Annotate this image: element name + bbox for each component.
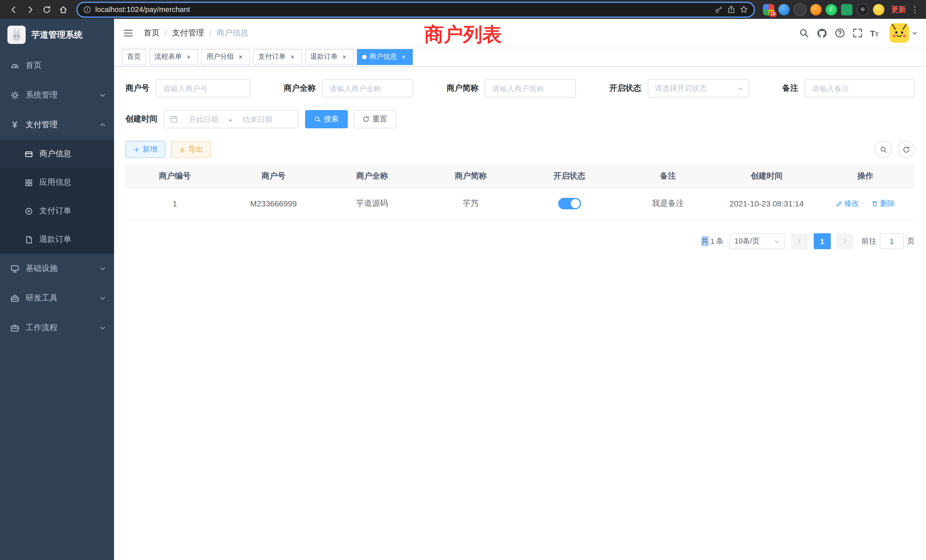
sidebar-item-label: 支付订单 — [39, 206, 71, 216]
sidebar-item-merchant-info[interactable]: 商户信息 — [0, 140, 114, 168]
edit-button[interactable]: 修改 — [836, 198, 859, 209]
help-icon[interactable] — [834, 28, 845, 38]
merchant-name-input[interactable] — [322, 79, 413, 97]
fullscreen-icon[interactable] — [852, 28, 862, 38]
bookmark-star-icon[interactable] — [740, 5, 748, 14]
goto-page-input[interactable] — [880, 233, 904, 249]
sidebar-item-system[interactable]: 系统管理 — [0, 80, 114, 110]
refresh-icon[interactable] — [897, 141, 915, 158]
sidebar-item-pay-order[interactable]: 支付订单 — [0, 197, 114, 225]
extension-badge: 10 — [769, 11, 776, 17]
col-full-name: 商户全称 — [323, 165, 421, 188]
sidebar-item-label: 首页 — [26, 61, 42, 71]
sidebar-item-home[interactable]: 首页 — [0, 51, 114, 80]
home-button[interactable] — [55, 2, 71, 17]
chevron-down-icon — [99, 265, 106, 272]
page-size-select[interactable]: 10条/页 — [729, 233, 785, 249]
status-select[interactable]: 请选择开启状态 — [648, 79, 749, 97]
close-icon[interactable]: × — [289, 53, 297, 61]
url-text: localhost:1024/pay/merchant — [95, 5, 190, 14]
end-date-input[interactable] — [234, 114, 281, 124]
tab-pay-order[interactable]: 支付订单× — [253, 49, 302, 65]
tab-user-group[interactable]: 用户分组× — [201, 49, 250, 65]
status-toggle[interactable] — [558, 198, 581, 209]
sidebar-item-label: 应用信息 — [39, 177, 71, 188]
extension-icon[interactable]: ✛ — [856, 3, 869, 16]
extension-icon[interactable] — [810, 4, 822, 15]
search-button[interactable]: 搜索 — [305, 110, 348, 128]
browser-update-button[interactable]: 更新 — [891, 4, 906, 15]
remark-input[interactable] — [805, 79, 915, 97]
start-date-input[interactable] — [180, 114, 227, 124]
prev-page-button[interactable] — [791, 233, 808, 249]
extension-icon[interactable]: 10 — [763, 4, 774, 15]
share-icon[interactable] — [727, 5, 735, 14]
font-size-icon[interactable]: TT — [870, 29, 879, 37]
caret-down-icon — [912, 30, 917, 36]
grid-icon — [24, 178, 33, 187]
sidebar-item-pay[interactable]: ¥ 支付管理 — [0, 110, 114, 140]
github-icon[interactable] — [816, 28, 827, 38]
avatar[interactable] — [890, 23, 909, 43]
sidebar-item-infra[interactable]: 基础设施 — [0, 254, 114, 283]
breadcrumb-pay[interactable]: 支付管理 — [172, 28, 204, 38]
breadcrumb-separator: / — [165, 29, 167, 38]
next-page-button[interactable] — [837, 233, 853, 249]
monitor-icon — [10, 264, 20, 273]
sidebar-item-label: 工作流程 — [26, 323, 57, 333]
user-menu[interactable] — [890, 23, 917, 43]
total-count: 共 1 条 — [701, 236, 723, 246]
merchant-short-label: 商户简称 — [446, 83, 478, 94]
extension-icon[interactable]: ✆ — [826, 4, 837, 15]
forward-button[interactable] — [22, 2, 38, 17]
page-number-button[interactable]: 1 — [814, 233, 831, 249]
extension-icon[interactable] — [778, 4, 790, 15]
close-icon[interactable]: × — [185, 53, 193, 61]
breadcrumb-home[interactable]: 首页 — [144, 28, 160, 38]
tab-process-form[interactable]: 流程表单× — [150, 49, 198, 65]
tab-merchant-info[interactable]: 商户信息× — [357, 49, 413, 65]
sidebar-item-workflow[interactable]: 工作流程 — [0, 313, 114, 343]
close-icon[interactable]: × — [237, 53, 245, 61]
close-icon[interactable]: × — [340, 53, 348, 61]
add-button[interactable]: 新增 — [126, 141, 165, 158]
sidebar-item-app-info[interactable]: 应用信息 — [0, 168, 114, 197]
breadcrumb-current: 商户信息 — [217, 28, 249, 38]
toggle-search-icon[interactable] — [875, 141, 892, 158]
app-logo[interactable]: 芋道管理系统 — [0, 19, 114, 51]
reset-button[interactable]: 重置 — [354, 110, 396, 128]
page-unit-label: 页 — [907, 236, 915, 246]
reload-button[interactable] — [39, 2, 54, 17]
extension-icon[interactable] — [794, 3, 806, 16]
hamburger-icon[interactable] — [123, 27, 134, 39]
sidebar: 芋道管理系统 首页 系统管理 ¥ 支付管理 — [0, 19, 114, 560]
tab-home[interactable]: 首页 — [122, 49, 146, 65]
cell-merchant-id: 1 — [126, 188, 224, 219]
merchant-short-input[interactable] — [485, 79, 576, 97]
close-icon[interactable]: × — [400, 53, 408, 61]
address-bar[interactable]: localhost:1024/pay/merchant — [76, 2, 755, 17]
bank-card-icon — [24, 150, 33, 158]
sidebar-item-devtools[interactable]: 研发工具 — [0, 283, 114, 313]
sidebar-item-refund-order[interactable]: 退款订单 — [0, 225, 114, 254]
search-icon[interactable] — [799, 28, 809, 38]
date-range-picker[interactable]: - — [163, 110, 298, 128]
status-label: 开启状态 — [609, 83, 641, 94]
cell-create-time: 2021-10-23 08:31:14 — [717, 188, 816, 219]
password-key-icon[interactable] — [714, 5, 723, 14]
export-button[interactable]: 导出 — [171, 141, 211, 158]
top-navbar: 首页 / 支付管理 / 商户信息 TT — [114, 19, 926, 47]
active-tab-dot — [362, 54, 367, 59]
extension-icon[interactable] — [873, 4, 884, 15]
merchant-no-input[interactable] — [156, 79, 250, 97]
extension-icon[interactable] — [841, 4, 852, 15]
delete-button[interactable]: 删除 — [872, 198, 895, 209]
browser-menu-icon[interactable]: ⋮ — [911, 4, 919, 15]
chevron-up-icon — [99, 121, 106, 128]
sidebar-item-label: 研发工具 — [26, 293, 57, 303]
site-info-icon[interactable] — [83, 5, 91, 14]
tab-refund-order[interactable]: 退款订单× — [305, 49, 354, 65]
sidebar-item-label: 系统管理 — [26, 90, 57, 100]
pagination: 共 1 条 10条/页 1 前往 页 — [126, 233, 915, 249]
back-button[interactable] — [6, 2, 21, 17]
